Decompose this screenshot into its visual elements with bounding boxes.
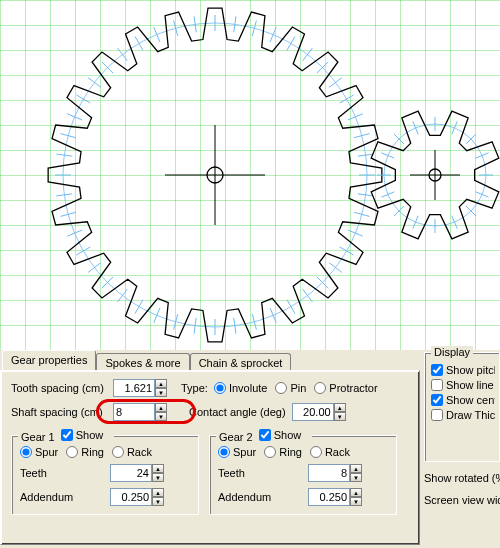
gear1-ring-label: Ring (81, 446, 104, 458)
gear2-spur-radio[interactable] (218, 446, 230, 458)
gear1-addendum-input[interactable] (110, 488, 152, 506)
show-center-check[interactable] (431, 394, 443, 406)
tab-strip: Gear properties Spokes & more Chain & sp… (0, 350, 420, 370)
gear2-legend: Gear 2 (219, 431, 253, 443)
show-line-label: Show line of c (446, 379, 495, 391)
show-pitch-label: Show pitch d (446, 364, 495, 376)
gear2-show-label: Show (274, 429, 302, 441)
gear1-show-label: Show (76, 429, 104, 441)
gear1-spur-label: Spur (35, 446, 58, 458)
spin-down-icon[interactable]: ▼ (155, 412, 167, 421)
gear2-teeth-input[interactable] (308, 464, 350, 482)
gear2-rack-radio[interactable] (310, 446, 322, 458)
tooth-spacing-label: Tooth spacing (cm) (11, 382, 113, 394)
type-label: Type: (181, 382, 208, 394)
shaft-spacing-input[interactable] (113, 403, 155, 421)
spin-up-icon[interactable]: ▲ (155, 403, 167, 412)
gear1-spur-radio[interactable] (20, 446, 32, 458)
show-center-label: Show center (446, 394, 495, 406)
contact-angle-label: Contact angle (deg) (189, 406, 286, 418)
contact-angle-input[interactable] (292, 403, 334, 421)
drawing-canvas[interactable] (0, 0, 500, 350)
spin-up-icon[interactable]: ▲ (350, 488, 362, 497)
shaft-spacing-label: Shaft spacing (cm) (11, 406, 113, 418)
spin-down-icon[interactable]: ▼ (152, 497, 164, 506)
type-protractor-label: Protractor (329, 382, 377, 394)
gear1-legend: Gear 1 (21, 431, 55, 443)
spin-down-icon[interactable]: ▼ (152, 473, 164, 482)
gear1-addendum-label: Addendum (20, 491, 110, 503)
spin-up-icon[interactable]: ▲ (155, 379, 167, 388)
tab-chain-sprocket[interactable]: Chain & sprocket (190, 353, 292, 371)
type-protractor-radio[interactable] (314, 382, 326, 394)
gear1-rack-radio[interactable] (112, 446, 124, 458)
type-involute-radio[interactable] (214, 382, 226, 394)
tab-gear-properties[interactable]: Gear properties (2, 350, 96, 370)
spin-down-icon[interactable]: ▼ (155, 388, 167, 397)
spin-down-icon[interactable]: ▼ (350, 473, 362, 482)
display-legend: Display (431, 346, 473, 358)
gear2-ring-radio[interactable] (264, 446, 276, 458)
gear2-rack-label: Rack (325, 446, 350, 458)
tooth-spacing-input[interactable] (113, 379, 155, 397)
gear1-group: Gear 1 Show Spur Ring Rack Teeth ▲▼ Adde… (11, 435, 199, 515)
spin-down-icon[interactable]: ▼ (334, 412, 346, 421)
show-rotated-label: Show rotated (% o (424, 472, 500, 484)
gear1-show-check[interactable] (61, 429, 73, 441)
show-pitch-check[interactable] (431, 364, 443, 376)
gear1-ring-radio[interactable] (66, 446, 78, 458)
spin-up-icon[interactable]: ▲ (350, 464, 362, 473)
gear2-addendum-input[interactable] (308, 488, 350, 506)
gear2-teeth-label: Teeth (218, 467, 308, 479)
spin-up-icon[interactable]: ▲ (152, 488, 164, 497)
display-group: Display Show pitch d Show line of c Show… (424, 352, 500, 462)
gear1-rack-label: Rack (127, 446, 152, 458)
gear1-teeth-label: Teeth (20, 467, 110, 479)
spin-up-icon[interactable]: ▲ (152, 464, 164, 473)
type-pin-label: Pin (290, 382, 306, 394)
gear2-show-check[interactable] (259, 429, 271, 441)
tab-spokes-more[interactable]: Spokes & more (96, 353, 189, 371)
draw-thicker-check[interactable] (431, 409, 443, 421)
gear1-teeth-input[interactable] (110, 464, 152, 482)
gear2-spur-label: Spur (233, 446, 256, 458)
gear2-addendum-label: Addendum (218, 491, 308, 503)
spin-down-icon[interactable]: ▼ (350, 497, 362, 506)
gear2-group: Gear 2 Show Spur Ring Rack Teeth ▲▼ Adde… (209, 435, 397, 515)
gear2-ring-label: Ring (279, 446, 302, 458)
screen-view-label: Screen view widtl (424, 494, 500, 506)
spin-up-icon[interactable]: ▲ (334, 403, 346, 412)
tab-body: Tooth spacing (cm) ▲▼ Type: Involute Pin… (0, 370, 420, 545)
show-line-check[interactable] (431, 379, 443, 391)
type-involute-label: Involute (229, 382, 268, 394)
type-pin-radio[interactable] (275, 382, 287, 394)
draw-thicker-label: Draw Thicker (446, 409, 495, 421)
